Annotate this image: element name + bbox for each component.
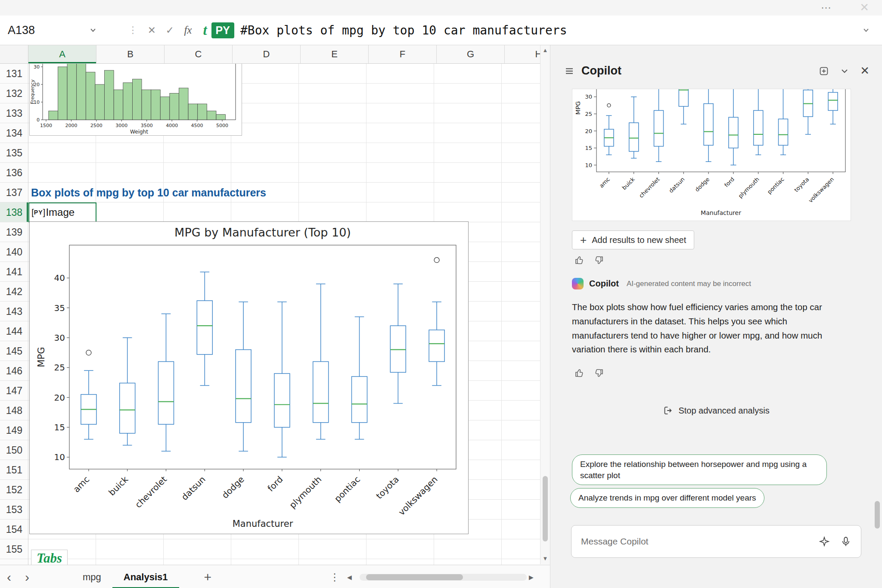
sheet-tab-Analysis1[interactable]: Analysis1 xyxy=(112,565,179,588)
row-header-151[interactable]: 151 xyxy=(0,460,28,480)
formula-bar-handle-icon[interactable]: ⋮ xyxy=(128,25,137,36)
new-chat-icon[interactable] xyxy=(819,66,829,76)
horizontal-scrollbar[interactable] xyxy=(360,574,527,581)
next-sheet-icon[interactable]: › xyxy=(18,570,36,585)
row-header-156[interactable]: 156 xyxy=(0,559,28,565)
hamburger-menu-icon[interactable] xyxy=(564,66,575,76)
name-box[interactable]: A138 xyxy=(0,24,105,37)
vertical-scrollbar[interactable]: ▲ ▼ xyxy=(540,45,550,564)
row-header-140[interactable]: 140 xyxy=(0,242,28,262)
scroll-up-icon[interactable]: ▲ xyxy=(540,47,550,53)
row-header-141[interactable]: 141 xyxy=(0,262,28,282)
row-header-131[interactable]: 131 xyxy=(0,64,28,84)
tab-bar-more-icon[interactable]: ⋮ xyxy=(329,571,340,583)
row-header-146[interactable]: 146 xyxy=(0,361,28,381)
svg-text:toyota: toyota xyxy=(374,474,401,501)
name-box-chevron-icon[interactable] xyxy=(88,25,98,35)
row-header-138[interactable]: 138 xyxy=(0,202,28,222)
mpg-boxplot-chart[interactable]: 10152025303540amcbuickchevroletdatsundod… xyxy=(29,221,469,534)
sheet-cells[interactable]: 010203015002000250030003500400045005000W… xyxy=(28,64,550,565)
column-header-F[interactable]: F xyxy=(369,45,437,63)
a138-value: Image xyxy=(46,206,75,218)
copilot-close-icon[interactable]: ✕ xyxy=(860,64,870,78)
row-header-154[interactable]: 154 xyxy=(0,520,28,539)
window-more-icon[interactable]: ⋯ xyxy=(821,2,832,14)
row-header-150[interactable]: 150 xyxy=(0,440,28,460)
column-header-B[interactable]: B xyxy=(96,45,165,63)
svg-text:dodge: dodge xyxy=(220,474,246,501)
row-header-134[interactable]: 134 xyxy=(0,123,28,143)
copilot-attribution: Copilot AI-generated content may be inco… xyxy=(572,278,751,289)
microphone-icon[interactable] xyxy=(840,536,851,547)
add-results-button[interactable]: + Add results to new sheet xyxy=(572,230,694,249)
row-header-139[interactable]: 139 xyxy=(0,222,28,242)
svg-text:volkswagen: volkswagen xyxy=(807,176,835,204)
row-header-136[interactable]: 136 xyxy=(0,163,28,183)
column-header-A[interactable]: A xyxy=(28,45,96,63)
svg-text:3000: 3000 xyxy=(115,123,127,128)
svg-text:plymouth: plymouth xyxy=(287,474,323,510)
copilot-sparkle-icon[interactable] xyxy=(819,536,830,547)
row-header-152[interactable]: 152 xyxy=(0,480,28,500)
thumbs-down-icon[interactable] xyxy=(593,368,604,378)
sheet-tab-mpg[interactable]: mpg xyxy=(71,565,112,588)
vertical-scroll-thumb[interactable] xyxy=(543,476,548,541)
column-header-D[interactable]: D xyxy=(233,45,301,63)
suggestion-chip-trends[interactable]: Analyze trends in mpg over different mod… xyxy=(570,488,764,508)
row-header-135[interactable]: 135 xyxy=(0,143,28,163)
selected-cell-a138[interactable]: [PY]Image xyxy=(28,202,96,222)
formula-input[interactable]: #Box plots of mpg by top 10 car manufact… xyxy=(240,23,567,37)
copilot-boxplot-chart[interactable]: 10152025303540amcbuickchevroletdatsundod… xyxy=(572,89,851,221)
row-header-145[interactable]: 145 xyxy=(0,341,28,361)
python-badge: PY xyxy=(211,22,234,38)
row-header-155[interactable]: 155 xyxy=(0,539,28,559)
scroll-left-icon[interactable]: ◀ xyxy=(347,574,352,581)
row-header-144[interactable]: 144 xyxy=(0,321,28,341)
prev-sheet-icon[interactable]: ‹ xyxy=(0,570,18,585)
horizontal-scroll-thumb[interactable] xyxy=(366,574,463,580)
row-header-143[interactable]: 143 xyxy=(0,302,28,321)
row-header-147[interactable]: 147 xyxy=(0,381,28,401)
ai-disclaimer: AI-generated content may be incorrect xyxy=(627,280,751,288)
add-sheet-button[interactable]: + xyxy=(204,570,212,585)
row-header-133[interactable]: 133 xyxy=(0,103,28,123)
column-header-C[interactable]: C xyxy=(165,45,233,63)
thumbs-up-icon[interactable] xyxy=(575,255,585,265)
svg-text:Weight: Weight xyxy=(130,129,148,135)
svg-text:ford: ford xyxy=(723,176,736,189)
cell-a137-heading[interactable]: Box plots of mpg by top 10 car manufactu… xyxy=(31,183,266,202)
cancel-icon[interactable]: ✕ xyxy=(143,25,161,36)
copilot-input[interactable]: Message Copilot xyxy=(571,525,861,558)
copilot-panel: Copilot ✕ 10152025303540amcbuickchevrole… xyxy=(550,45,882,588)
copilot-scroll-thumb[interactable] xyxy=(875,501,880,529)
suggestion-chip-scatter[interactable]: Explore the relationship between horsepo… xyxy=(572,454,827,485)
row-header-142[interactable]: 142 xyxy=(0,282,28,302)
row-header-137[interactable]: 137 xyxy=(0,183,28,202)
insert-function-icon[interactable]: fx xyxy=(179,24,197,36)
collapse-chevron-icon[interactable] xyxy=(839,66,850,76)
svg-text:35: 35 xyxy=(54,303,65,313)
row-header-132[interactable]: 132 xyxy=(0,84,28,103)
svg-text:Manufacturer: Manufacturer xyxy=(701,209,741,216)
svg-text:15: 15 xyxy=(585,145,592,151)
row-header-148[interactable]: 148 xyxy=(0,401,28,420)
stop-analysis-label: Stop advanced analysis xyxy=(678,406,769,416)
thumbs-down-icon[interactable] xyxy=(593,255,604,265)
column-headers: ABCDEFGH xyxy=(0,45,550,64)
window-close-icon[interactable]: ✕ xyxy=(860,1,869,14)
select-all-corner[interactable] xyxy=(0,45,28,63)
svg-text:MPG by Manufacturer (Top 10): MPG by Manufacturer (Top 10) xyxy=(174,226,351,239)
row-header-153[interactable]: 153 xyxy=(0,500,28,520)
formula-bar-expand-icon[interactable] xyxy=(861,25,871,35)
row-header-149[interactable]: 149 xyxy=(0,420,28,440)
svg-text:20: 20 xyxy=(585,128,592,134)
scroll-down-icon[interactable]: ▼ xyxy=(540,555,550,562)
column-header-G[interactable]: G xyxy=(437,45,505,63)
thumbs-up-icon[interactable] xyxy=(575,368,585,378)
svg-text:amc: amc xyxy=(71,474,91,495)
scroll-right-icon[interactable]: ▶ xyxy=(529,574,534,581)
column-header-E[interactable]: E xyxy=(301,45,369,63)
stop-advanced-analysis-button[interactable]: Stop advanced analysis xyxy=(550,405,882,416)
confirm-icon[interactable]: ✓ xyxy=(161,25,179,36)
weight-histogram-chart[interactable]: 010203015002000250030003500400045005000W… xyxy=(29,64,242,136)
